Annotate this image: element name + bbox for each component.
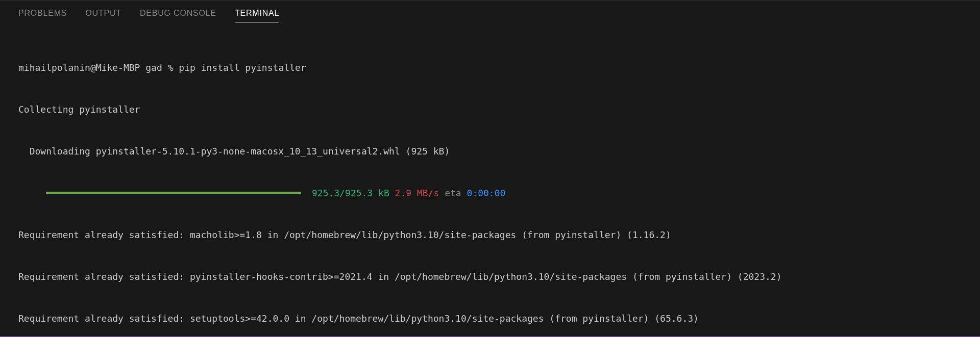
tab-output[interactable]: OUTPUT xyxy=(85,9,121,22)
panel-tabs: PROBLEMS OUTPUT DEBUG CONSOLE TERMINAL xyxy=(0,1,980,28)
panel-container: PROBLEMS OUTPUT DEBUG CONSOLE TERMINAL m… xyxy=(0,0,980,337)
progress-indent xyxy=(18,188,46,198)
tab-debug-console[interactable]: DEBUG CONSOLE xyxy=(140,9,216,22)
prompt-line-1: mihailpolanin@Mike-MBP gad % pip install… xyxy=(18,61,962,74)
output-req-2: Requirement already satisfied: pyinstall… xyxy=(18,270,962,283)
progress-eta-label: eta xyxy=(445,188,461,198)
progress-bar xyxy=(46,192,301,194)
output-collecting: Collecting pyinstaller xyxy=(18,102,962,116)
progress-speed: 2.9 MB/s xyxy=(395,188,439,198)
output-req-1: Requirement already satisfied: macholib>… xyxy=(18,228,962,242)
tab-problems[interactable]: PROBLEMS xyxy=(18,9,67,22)
output-progress: 925.3/925.3 kB 2.9 MB/s eta 0:00:00 xyxy=(18,186,962,200)
tab-terminal[interactable]: TERMINAL xyxy=(235,9,279,22)
entered-command: pip install pyinstaller xyxy=(179,62,306,73)
prompt-userhost: mihailpolanin@Mike-MBP xyxy=(18,62,140,73)
output-req-3: Requirement already satisfied: setuptool… xyxy=(18,312,962,325)
progress-size: 925.3/925.3 kB xyxy=(312,188,389,198)
terminal-output[interactable]: mihailpolanin@Mike-MBP gad % pip install… xyxy=(0,28,980,337)
prompt-cwd: gad xyxy=(145,62,162,73)
output-downloading: Downloading pyinstaller-5.10.1-py3-none-… xyxy=(18,144,962,158)
progress-eta-time: 0:00:00 xyxy=(467,188,506,198)
prompt-sep: % xyxy=(168,62,174,73)
